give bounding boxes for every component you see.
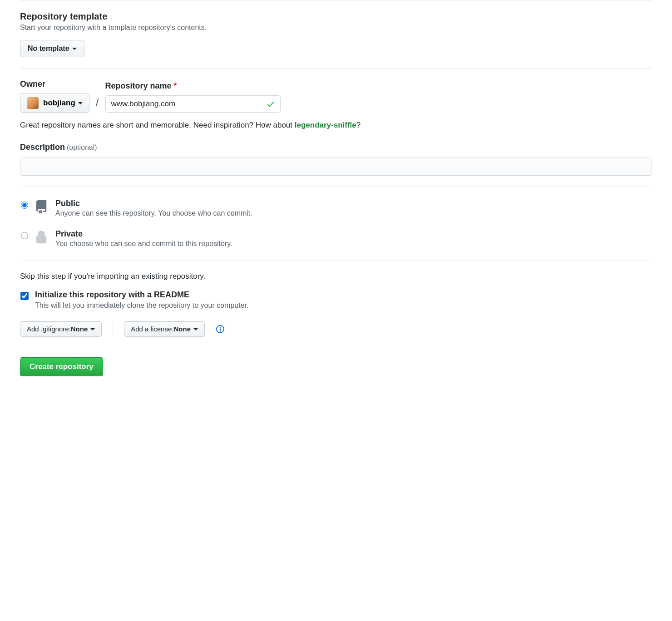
visibility-public-row[interactable]: Public Anyone can see this repository. Y… [20,195,652,226]
readme-title: Initialize this repository with a README [35,290,248,300]
caret-down-icon [72,48,77,50]
license-select-button[interactable]: Add a license: None [124,321,205,337]
caret-down-icon [193,328,198,330]
visibility-public-radio[interactable] [21,202,28,209]
visibility-public-title: Public [55,199,252,208]
caret-down-icon [78,102,83,104]
name-hint-suffix: ? [356,121,361,129]
svg-point-2 [220,327,221,328]
template-subtext: Start your repository with a template re… [20,24,652,32]
repo-name-input[interactable] [105,95,281,113]
description-label: Description [20,143,65,152]
template-select-button[interactable]: No template [20,40,84,57]
visibility-private-title: Private [55,229,232,239]
readme-row[interactable]: Initialize this repository with a README… [20,290,652,310]
owner-repo-separator: / [94,96,101,113]
gitignore-value: None [71,325,88,334]
license-prefix: Add a license: [131,325,173,334]
description-optional: (optional) [67,143,97,151]
template-select-label: No template [28,44,69,53]
owner-username: bobjiang [43,99,75,108]
visibility-public-desc: Anyone can see this repository. You choo… [55,209,252,217]
license-value: None [173,325,191,334]
visibility-private-desc: You choose who can see and commit to thi… [55,240,232,248]
gitignore-prefix: Add .gitignore: [27,325,71,334]
name-hint-prefix: Great repository names are short and mem… [20,121,295,129]
repo-name-label: Repository name [105,81,172,90]
repo-icon [35,199,49,215]
name-suggestion-link[interactable]: legendary-sniffle [295,121,356,129]
template-heading: Repository template [20,11,652,22]
info-icon[interactable] [216,325,225,334]
caret-down-icon [90,328,95,330]
required-mark: * [174,81,177,90]
owner-select-button[interactable]: bobjiang [20,94,89,113]
visibility-private-radio[interactable] [21,232,28,239]
visibility-private-row[interactable]: Private You choose who can see and commi… [20,226,652,256]
readme-desc: This will let you immediately clone the … [35,301,248,310]
avatar [27,97,39,109]
owner-label: Owner [20,79,89,89]
lock-icon [35,229,49,246]
vertical-separator [113,322,113,336]
description-input[interactable] [20,158,652,176]
create-repository-button[interactable]: Create repository [20,357,103,376]
init-skip-text: Skip this step if you're importing an ex… [20,272,652,281]
check-icon [266,99,275,108]
gitignore-select-button[interactable]: Add .gitignore: None [20,321,102,337]
readme-checkbox[interactable] [20,292,29,300]
